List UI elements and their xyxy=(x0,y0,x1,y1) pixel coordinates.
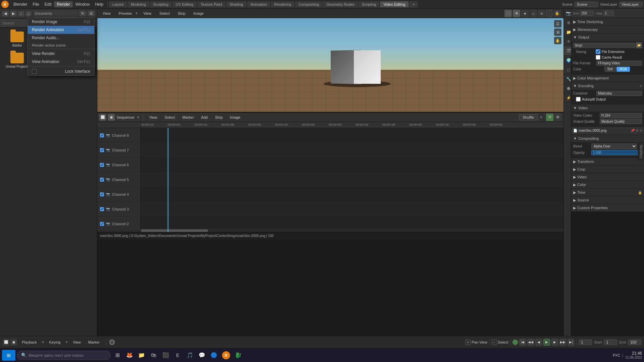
tab-uv-editing[interactable]: UV Editing xyxy=(172,1,197,7)
viewport-view-btn[interactable]: View xyxy=(100,11,113,16)
nav-home-button[interactable]: ⌂ xyxy=(25,11,32,16)
viewport-select-btn[interactable]: Select xyxy=(157,11,172,16)
viewport-hand-icon[interactable]: ✋ xyxy=(554,37,561,44)
start-button[interactable]: ⊞ xyxy=(2,350,15,361)
taskbar-folder[interactable]: 📁 xyxy=(136,350,147,361)
playback-button[interactable]: Playback xyxy=(19,340,40,345)
file-format-select[interactable]: FFmpeg Video xyxy=(596,61,642,66)
menu-help[interactable]: Help xyxy=(92,1,106,7)
tab-geometry-nodes[interactable]: Geometry Nodes xyxy=(323,1,358,7)
time-strip-header[interactable]: ▶ Time 🔒 xyxy=(571,189,644,196)
scrollbar-thumb[interactable] xyxy=(141,229,208,232)
stereoscopy-header[interactable]: ▶ Stereoscopy xyxy=(571,26,644,33)
menu-blender[interactable]: Blender xyxy=(11,1,30,7)
path-bar[interactable]: Documents xyxy=(33,10,78,17)
dropdown-view-render[interactable]: View Render F11 xyxy=(28,50,94,58)
seq-type-icon[interactable]: ◼ xyxy=(108,114,115,121)
taskbar-search-bar[interactable]: 🔍 Введите здесь текст для поиска xyxy=(17,351,111,360)
viewport-icon-4[interactable]: ⌂ xyxy=(530,10,537,17)
channel-4-checkbox[interactable] xyxy=(100,192,104,196)
tab-scripting[interactable]: Scripting xyxy=(359,1,380,7)
taskbar-icon7[interactable]: 💬 xyxy=(197,350,207,361)
dropdown-lock-interface[interactable]: Lock Interface xyxy=(28,67,94,75)
playback-dropdown[interactable]: ▼ xyxy=(42,341,45,344)
view-button[interactable]: View xyxy=(70,340,84,345)
nav-up-button[interactable]: ↑ xyxy=(18,11,24,16)
playhead[interactable] xyxy=(168,128,168,232)
timeline-scrollbar[interactable] xyxy=(141,229,564,232)
transport-dot[interactable] xyxy=(513,340,518,345)
tab-modeling[interactable]: Modeling xyxy=(127,1,149,7)
video-codec-select[interactable]: H.264 xyxy=(600,113,642,118)
seq-image-btn[interactable]: Image xyxy=(227,115,243,120)
menu-render[interactable]: Render xyxy=(54,1,72,7)
autosplit-checkbox[interactable] xyxy=(576,97,581,102)
folder-unreal[interactable]: Unreal Projects xyxy=(3,51,32,70)
compositing-header[interactable]: ▼ Compositing xyxy=(571,135,644,142)
transport-jump-start[interactable]: |◀ xyxy=(519,339,526,346)
dropdown-render-audio[interactable]: Render Audio... xyxy=(28,34,94,42)
tab-sculpting[interactable]: Sculpting xyxy=(150,1,172,7)
seq-dropdown-icon[interactable]: ▼ xyxy=(137,116,140,119)
color-strip-header[interactable]: ▶ Color xyxy=(571,181,644,188)
taskbar-epic[interactable]: E xyxy=(172,350,183,361)
pan-icon[interactable]: ⊕ xyxy=(465,340,471,345)
source-header[interactable]: ▶ Source xyxy=(571,196,644,204)
end-value-input[interactable] xyxy=(580,11,593,16)
taskbar-blender[interactable]: B xyxy=(221,350,231,361)
viewport-image-btn[interactable]: Image xyxy=(191,11,207,16)
preview-dropdown-icon[interactable]: ▼ xyxy=(135,12,138,15)
rgb-button[interactable]: RGB xyxy=(616,67,630,72)
transport-play[interactable]: ▶ xyxy=(543,339,550,346)
output-quality-select[interactable]: Medium Quality xyxy=(600,119,642,124)
scene-name-input[interactable] xyxy=(575,2,598,7)
tab-rendering[interactable]: Rendering xyxy=(271,1,295,7)
output-path-folder-btn[interactable]: 📂 xyxy=(636,42,642,48)
taskbar-icon8[interactable]: 🔵 xyxy=(209,350,219,361)
transport-next-frame[interactable]: ▶ xyxy=(551,339,558,346)
tab-texture-paint[interactable]: Texture Paint xyxy=(197,1,225,7)
transport-step-fwd[interactable]: ▶▶ xyxy=(559,339,566,346)
tab-video-editing[interactable]: Video Editing xyxy=(380,1,409,7)
channel-8-checkbox[interactable] xyxy=(100,133,104,137)
channel-5-checkbox[interactable] xyxy=(100,178,104,182)
cache-result-checkbox[interactable] xyxy=(596,55,600,60)
viewport-view2-btn[interactable]: View xyxy=(141,11,154,16)
taskbar-apps-button[interactable]: ⊞ xyxy=(112,350,123,361)
dropdown-render-animation[interactable]: Render Animation Ctrl F12 xyxy=(28,26,94,34)
keying-dropdown[interactable]: ▼ xyxy=(65,341,68,344)
seq-settings-icon[interactable]: ⚙ xyxy=(554,114,561,121)
time-stretching-header[interactable]: ▶ Time Stretching xyxy=(571,18,644,25)
opacity-input[interactable]: 1.000 xyxy=(591,150,642,155)
seq-select-btn[interactable]: Select xyxy=(162,115,178,120)
seq-view-btn[interactable]: View xyxy=(147,115,160,120)
viewport-icon-1[interactable]: ⬚ xyxy=(504,10,512,17)
strip-menu-icon[interactable]: ≡ xyxy=(640,129,642,132)
menu-edit[interactable]: Edit xyxy=(42,1,54,7)
video-header[interactable]: ▼ Video xyxy=(571,104,644,112)
viewport-search-input[interactable] xyxy=(546,10,552,17)
seq-sync-icon[interactable]: ⟳ xyxy=(546,114,553,121)
viewport-menu-icon[interactable]: ☰ xyxy=(554,20,561,27)
start-frame-input[interactable]: 1 xyxy=(604,340,617,345)
bottom-area-icon[interactable]: ⬜ xyxy=(3,339,9,346)
custom-properties-header[interactable]: ▶ Custom Properties xyxy=(571,204,644,212)
blend-select[interactable]: Alpha Over xyxy=(591,143,637,149)
encoding-menu-icon[interactable]: ≡ xyxy=(640,84,642,88)
taskbar-firefox[interactable]: 🦊 xyxy=(124,350,135,361)
viewport-icon-2[interactable]: ⊕ xyxy=(513,10,520,17)
viewport-icon-5[interactable]: ≡ xyxy=(538,10,545,17)
taskbar-terminal[interactable]: ⬛ xyxy=(160,350,171,361)
video-strip-header[interactable]: ▶ Video xyxy=(571,173,644,181)
seq-add-btn[interactable]: Add xyxy=(199,115,211,120)
modifiers-tab[interactable]: Modifiers xyxy=(638,143,644,161)
channel-2-checkbox[interactable] xyxy=(100,222,104,226)
seq-strip-btn[interactable]: Strip xyxy=(212,115,225,120)
channel-3-checkbox[interactable] xyxy=(100,207,104,211)
shuffle-dropdown-icon[interactable]: ▼ xyxy=(540,116,543,119)
filter-button[interactable]: ☰ xyxy=(88,11,95,16)
step-value-input[interactable] xyxy=(604,11,614,16)
folder-adobe[interactable]: Adobe xyxy=(3,30,32,49)
menu-window[interactable]: Window xyxy=(73,1,93,7)
seq-area-icon[interactable]: ⬜ xyxy=(99,114,106,121)
